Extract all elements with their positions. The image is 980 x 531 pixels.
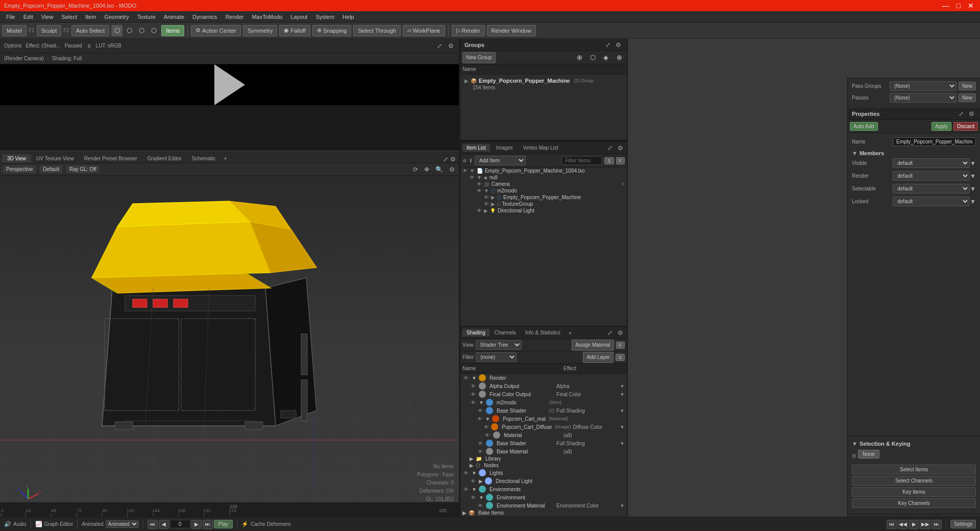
add-shader-tab[interactable]: + (566, 328, 575, 337)
eye-environment[interactable]: 👁 (470, 495, 477, 500)
expand-popcorn-mat[interactable]: ▼ (485, 416, 490, 422)
groups-settings-btn[interactable]: ⚙ (614, 41, 623, 49)
render-btn[interactable]: ▷ Render (452, 25, 485, 36)
pass-groups-new-btn[interactable]: New (959, 82, 976, 90)
shader-base-material[interactable]: 👁 Base Material (all) (475, 447, 627, 455)
eye-icon-null[interactable]: 👁 (470, 175, 475, 180)
selectable-arrow[interactable]: ▼ (970, 185, 976, 192)
eye-base-shader-2[interactable]: 👁 (477, 441, 484, 446)
paused-btn[interactable]: Paused (65, 43, 82, 49)
skip-start-btn[interactable]: ⏮ (148, 520, 158, 529)
graph-editor-btn[interactable]: 📈 Graph Editor (35, 521, 74, 527)
menu-item-animate[interactable]: Animate (160, 13, 188, 21)
eye-icon-machine[interactable]: 👁 (484, 195, 489, 200)
shader-bake-items[interactable]: ▶ 📦 Bake Items (460, 510, 627, 516)
menu-item-item[interactable]: Item (81, 13, 100, 21)
play-button[interactable]: Play (214, 520, 233, 528)
props-gear-btn[interactable]: ⚙ (967, 110, 976, 117)
eye-icon-root[interactable]: 👁 (462, 168, 468, 174)
action-center-btn[interactable]: ⚙ Action Center (191, 25, 241, 36)
viewport-expand-btn[interactable]: ⤢ (442, 156, 449, 163)
eye-popcorn-mat[interactable]: 👁 (477, 416, 483, 422)
maximize-btn[interactable]: □ (954, 2, 963, 10)
expand-nodes[interactable]: ▶ (470, 463, 474, 468)
f-badge[interactable]: F (616, 157, 625, 164)
perspective-mode[interactable]: Perspective (3, 165, 36, 173)
transport-3[interactable]: ▶ (909, 520, 919, 529)
item-camera[interactable]: 👁 🎥 Camera ✕ (475, 181, 627, 187)
vp-pan-icon[interactable]: ✥ (423, 166, 430, 173)
model-btn[interactable]: Model (2, 25, 27, 36)
eye-lights[interactable]: 👁 (462, 470, 470, 476)
apply-btn[interactable]: Apply (932, 122, 951, 131)
eye-dir-light-shader[interactable]: 👁 (470, 478, 477, 484)
render-select[interactable]: default (893, 171, 970, 181)
menu-item-layout[interactable]: Layout (286, 13, 311, 21)
timeline-ruler[interactable]: 0 24 48 72 96 120 144 168 192 216 225 22… (0, 503, 459, 517)
groups-icon-4[interactable]: ⊕ (614, 52, 625, 63)
tab-schematic[interactable]: Schematic (187, 154, 221, 163)
tab-gradient-editor[interactable]: Gradient Editor (142, 154, 187, 163)
channels-tab[interactable]: Channels (491, 329, 520, 336)
animated-select[interactable]: Animated (106, 520, 139, 528)
effect-selector[interactable]: Effect: (Shadi... (26, 43, 60, 49)
ray-gl-mode[interactable]: Ray GL: Off (66, 165, 100, 173)
menu-item-maxtomodo[interactable]: MaxToModo (248, 13, 286, 21)
shading-mode[interactable]: Default (40, 165, 62, 173)
close-btn[interactable]: ✕ (966, 2, 976, 10)
groups-icon-1[interactable]: ⊕ (574, 52, 585, 63)
expand-lights[interactable]: ▼ (472, 470, 477, 476)
shading-tab[interactable]: Shading (462, 329, 489, 336)
new-group-btn[interactable]: New Group (462, 52, 496, 63)
menu-item-file[interactable]: File (2, 13, 19, 21)
none-badge[interactable]: None (858, 450, 879, 458)
eye-alpha[interactable]: 👁 (470, 383, 477, 389)
members-arrow[interactable]: ▼ (852, 150, 857, 156)
transport-2[interactable]: ◀◀ (898, 520, 908, 529)
expand-m2modo[interactable]: ▼ (484, 188, 489, 194)
render-arrow[interactable]: ▼ (970, 173, 976, 180)
3d-viewport[interactable]: No Items Polygons : Face Channels: 0 Def… (0, 176, 459, 517)
expand-m2modo-shader[interactable]: ▼ (479, 400, 484, 405)
shader-library[interactable]: ▶ 📁 Library (468, 455, 627, 462)
itemlist-icon-2[interactable]: ⬇ (469, 158, 473, 163)
tab-3d-view[interactable]: 3D View (2, 154, 31, 163)
eye-final-color[interactable]: 👁 (470, 392, 477, 397)
images-tab[interactable]: Images (492, 144, 517, 152)
selectable-select[interactable]: default (893, 184, 970, 194)
expand-null[interactable]: ▼ (477, 175, 482, 180)
remove-camera-btn[interactable]: ✕ (621, 181, 625, 187)
mode-icon-2[interactable]: ⬡ (124, 25, 135, 36)
tab-render-preset[interactable]: Render Preset Browser (79, 154, 142, 163)
transport-4[interactable]: ▶▶ (920, 520, 930, 529)
expand-dir-light[interactable]: ▶ (479, 478, 483, 484)
shader-material-all[interactable]: 👁 Material (all) (482, 431, 627, 439)
sculpt-btn[interactable]: Sculpt (37, 25, 62, 36)
shader-alpha-output[interactable]: 👁 Alpha Output Alpha ▼ (468, 382, 627, 390)
eye-base-shader-1[interactable]: 👁 (477, 408, 484, 414)
groups-expand-btn[interactable]: ⤢ (604, 41, 612, 49)
auto-add-btn[interactable]: Auto Add (850, 122, 878, 131)
expand-root[interactable]: ▼ (470, 168, 475, 174)
eye-env-material[interactable]: 👁 (477, 503, 484, 509)
groups-icon-3[interactable]: ◈ (600, 52, 611, 63)
sel-keying-arrow[interactable]: ▼ (852, 441, 857, 447)
visible-select[interactable]: default (893, 158, 970, 168)
render-window-btn[interactable]: Render Window (487, 25, 536, 36)
eye-icon-m2modo[interactable]: 👁 (477, 188, 482, 194)
viewport-settings-btn[interactable]: ⚙ (449, 156, 457, 163)
shader-filter-select[interactable]: (none) (476, 352, 517, 362)
settings-btn[interactable]: Settings (950, 520, 976, 528)
eye-m2modo-shader[interactable]: 👁 (470, 400, 477, 405)
shader-base-shader-1[interactable]: 👁 Base Shader (2) Full Shading ▼ (475, 406, 627, 415)
expand-preview-btn[interactable]: ⤢ (436, 42, 443, 50)
mode-icon-4[interactable]: ⬡ (148, 25, 159, 36)
eye-diffuse[interactable]: 👁 (484, 424, 489, 430)
eye-render[interactable]: 👁 (462, 375, 470, 381)
render-camera-label[interactable]: (Render Camera) (4, 56, 44, 61)
item-dir-light[interactable]: 👁 ▶ 💡 Directional Light (475, 207, 627, 214)
assign-material-btn[interactable]: Assign Material (572, 340, 614, 351)
snapping-btn[interactable]: ⊕ Snapping (312, 25, 352, 36)
eye-icon-texture[interactable]: 👁 (484, 201, 489, 207)
shader-environment[interactable]: 👁 ▼ Environment (468, 493, 627, 501)
